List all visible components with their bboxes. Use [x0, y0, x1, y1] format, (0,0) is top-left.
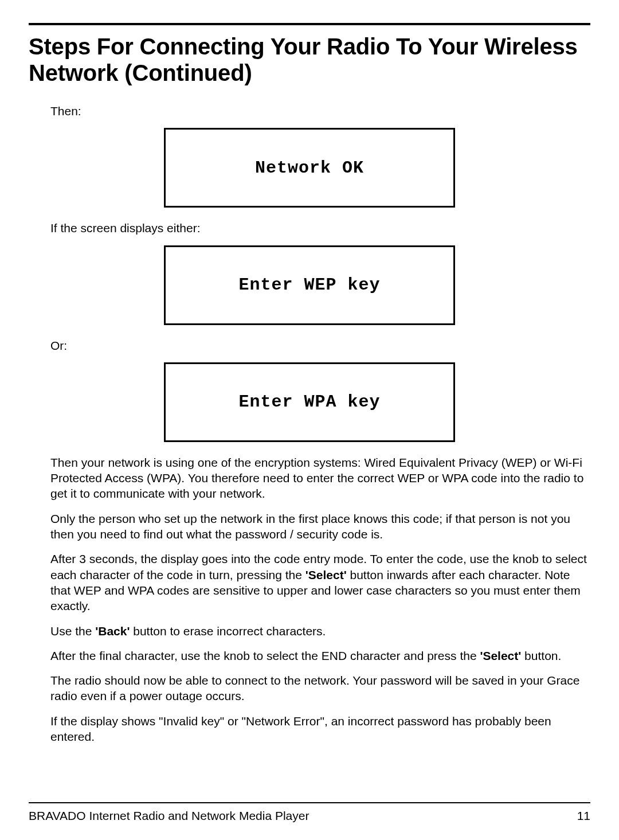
screen-text: Network OK — [255, 158, 364, 178]
p-encryption: Then your network is using one of the en… — [50, 455, 590, 502]
p-then: Then: — [50, 103, 590, 119]
screen-network-ok: Network OK — [164, 128, 455, 208]
screen-text: Enter WEP key — [238, 275, 380, 295]
top-rule — [29, 23, 590, 25]
p-saved: The radio should now be able to connect … — [50, 673, 590, 704]
p-useback-a: Use the — [50, 624, 95, 638]
page-footer: BRAVADO Internet Radio and Network Media… — [29, 802, 590, 823]
screen-enter-wep: Enter WEP key — [164, 245, 455, 325]
p-if-displays: If the screen displays either: — [50, 220, 590, 236]
p-use-back: Use the 'Back' button to erase incorrect… — [50, 623, 590, 639]
p-final-b: button. — [521, 649, 561, 662]
bold-select: 'Select' — [305, 568, 347, 581]
bottom-rule — [29, 802, 590, 803]
footer-title: BRAVADO Internet Radio and Network Media… — [29, 809, 309, 823]
screen-text: Enter WPA key — [238, 392, 380, 412]
bold-select2: 'Select' — [480, 649, 521, 662]
content-body: Then: Network OK If the screen displays … — [29, 103, 590, 802]
p-final-a: After the final character, use the knob … — [50, 649, 480, 662]
p-after-3sec: After 3 seconds, the display goes into t… — [50, 551, 590, 614]
screen-enter-wpa: Enter WPA key — [164, 362, 455, 442]
page-heading: Steps For Connecting Your Radio To Your … — [29, 33, 590, 86]
p-only-person: Only the person who set up the network i… — [50, 511, 590, 542]
p-invalid: If the display shows "Invalid key" or "N… — [50, 713, 590, 745]
bold-back: 'Back' — [95, 624, 130, 638]
page-number: 11 — [577, 809, 590, 823]
p-final-char: After the final character, use the knob … — [50, 648, 590, 663]
p-useback-b: button to erase incorrect characters. — [130, 624, 326, 638]
p-or: Or: — [50, 338, 590, 353]
